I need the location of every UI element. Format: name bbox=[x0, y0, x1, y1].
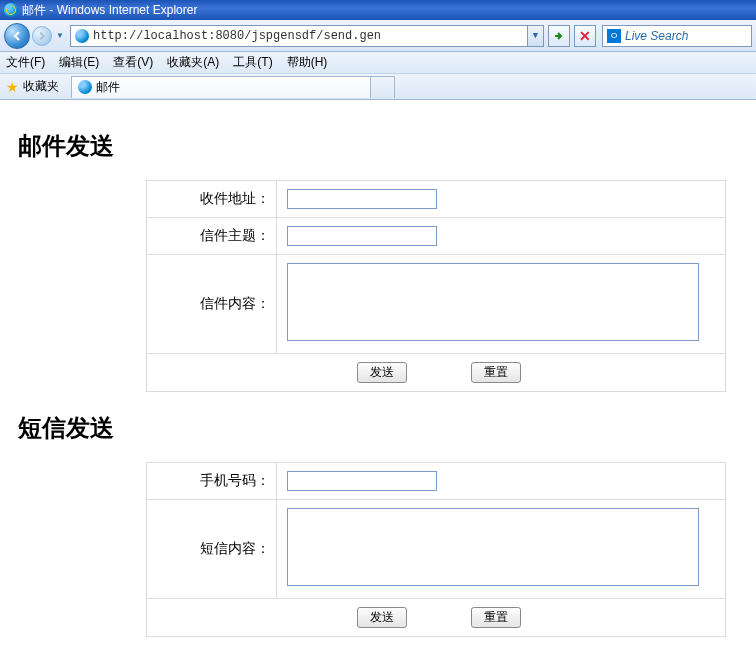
sms-content-textarea[interactable] bbox=[287, 508, 699, 586]
nav-history-dropdown[interactable]: ▼ bbox=[54, 23, 66, 49]
mail-heading: 邮件发送 bbox=[18, 130, 738, 162]
mail-recipient-input[interactable] bbox=[287, 189, 437, 209]
menu-edit[interactable]: 编辑(E) bbox=[59, 54, 99, 71]
sms-form: 手机号码： 短信内容： 发送 重置 bbox=[146, 462, 726, 637]
page-content: 邮件发送 收件地址： 信件主题： 信件内容： 发送 重置 短信发送 手机号码： … bbox=[0, 100, 756, 647]
sms-send-button[interactable]: 发送 bbox=[357, 607, 407, 628]
favorites-bar: ★ 收藏夹 邮件 bbox=[0, 74, 756, 100]
sms-reset-button[interactable]: 重置 bbox=[471, 607, 521, 628]
menu-file[interactable]: 文件(F) bbox=[6, 54, 45, 71]
sms-content-label: 短信内容： bbox=[147, 500, 277, 599]
window-title: 邮件 - Windows Internet Explorer bbox=[22, 0, 197, 20]
sms-phone-label: 手机号码： bbox=[147, 463, 277, 500]
sms-heading: 短信发送 bbox=[18, 412, 738, 444]
mail-send-button[interactable]: 发送 bbox=[357, 362, 407, 383]
mail-subject-input[interactable] bbox=[287, 226, 437, 246]
go-button[interactable] bbox=[548, 25, 570, 47]
menu-help[interactable]: 帮助(H) bbox=[287, 54, 328, 71]
stop-button[interactable]: ✕ bbox=[574, 25, 596, 47]
forward-button[interactable] bbox=[32, 26, 52, 46]
menu-bar: 文件(F) 编辑(E) 查看(V) 收藏夹(A) 工具(T) 帮助(H) bbox=[0, 52, 756, 74]
star-icon: ★ bbox=[6, 79, 19, 95]
mail-content-textarea[interactable] bbox=[287, 263, 699, 341]
menu-view[interactable]: 查看(V) bbox=[113, 54, 153, 71]
page-icon bbox=[75, 29, 89, 43]
favorites-label[interactable]: 收藏夹 bbox=[23, 78, 59, 95]
menu-tools[interactable]: 工具(T) bbox=[233, 54, 272, 71]
mail-recipient-label: 收件地址： bbox=[147, 181, 277, 218]
address-dropdown[interactable]: ▼ bbox=[527, 26, 543, 46]
mail-subject-label: 信件主题： bbox=[147, 218, 277, 255]
menu-favorites[interactable]: 收藏夹(A) bbox=[167, 54, 219, 71]
search-provider-icon: O bbox=[607, 29, 621, 43]
browser-tab[interactable]: 邮件 bbox=[71, 76, 371, 98]
tab-title: 邮件 bbox=[96, 79, 120, 96]
mail-reset-button[interactable]: 重置 bbox=[471, 362, 521, 383]
nav-toolbar: ▼ http://localhost:8080/jspgensdf/send.g… bbox=[0, 20, 756, 52]
address-bar[interactable]: http://localhost:8080/jspgensdf/send.gen… bbox=[70, 25, 544, 47]
tab-page-icon bbox=[78, 80, 92, 94]
sms-phone-input[interactable] bbox=[287, 471, 437, 491]
new-tab-button[interactable] bbox=[371, 76, 395, 98]
back-button[interactable] bbox=[4, 23, 30, 49]
mail-content-label: 信件内容： bbox=[147, 255, 277, 354]
search-placeholder: Live Search bbox=[625, 29, 688, 43]
search-box[interactable]: O Live Search bbox=[602, 25, 752, 47]
window-titlebar: 邮件 - Windows Internet Explorer bbox=[0, 0, 756, 20]
ie-icon bbox=[4, 3, 18, 17]
mail-form: 收件地址： 信件主题： 信件内容： 发送 重置 bbox=[146, 180, 726, 392]
address-url: http://localhost:8080/jspgensdf/send.gen bbox=[93, 29, 527, 43]
